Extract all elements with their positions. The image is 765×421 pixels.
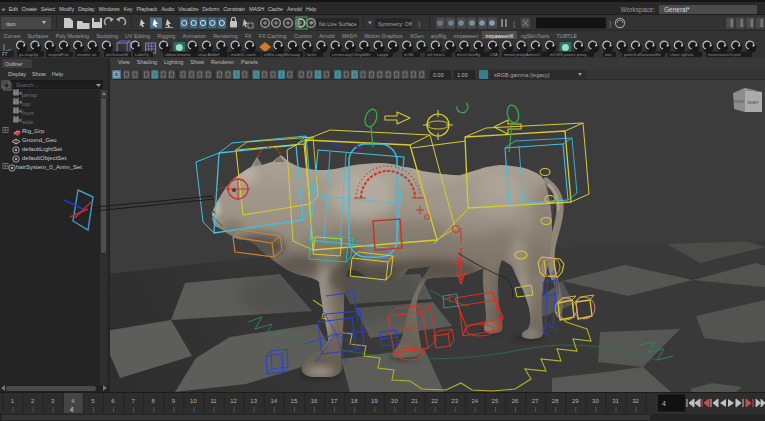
svg-text:30: 30	[592, 398, 599, 404]
svg-text:0.00: 0.00	[433, 72, 444, 78]
svg-text:snap AddInf: snap AddInf	[198, 52, 220, 57]
svg-text:snapsdProc: snapsdProc	[48, 52, 69, 57]
svg-text:23: 23	[451, 398, 458, 404]
svg-text:LRA: LRA	[490, 52, 498, 57]
svg-text:14: 14	[270, 398, 277, 404]
svg-text:17: 17	[331, 398, 338, 404]
svg-text:mirint faceEg: mirint faceEg	[457, 52, 480, 57]
svg-text:32: 32	[632, 398, 639, 404]
svg-text:Symmetry: Off: Symmetry: Off	[378, 21, 412, 27]
svg-text:2: 2	[31, 398, 35, 404]
svg-text:FT: FT	[2, 52, 8, 57]
svg-text:farint: farint	[307, 52, 317, 57]
svg-text:6: 6	[111, 398, 115, 404]
svg-text:9: 9	[172, 398, 176, 404]
svg-text:sRGB gamma (legacy): sRGB gamma (legacy)	[494, 72, 550, 78]
svg-text:imChstureW: imChstureW	[106, 52, 128, 57]
svg-text:ribbon breathe: ribbon breathe	[165, 52, 192, 57]
svg-text:22: 22	[431, 398, 438, 404]
svg-text:27: 27	[532, 398, 539, 404]
svg-text:20: 20	[391, 398, 398, 404]
svg-text:1: 1	[11, 398, 15, 404]
svg-text:15: 15	[291, 398, 298, 404]
svg-text:copyle: copyle	[377, 52, 389, 57]
svg-text:1.00: 1.00	[457, 72, 468, 78]
svg-text:24: 24	[471, 398, 478, 404]
svg-text:16: 16	[311, 398, 318, 404]
svg-text:21: 21	[411, 398, 418, 404]
svg-text:12: 12	[230, 398, 237, 404]
svg-text:tion: tion	[605, 52, 611, 57]
svg-text:13: 13	[250, 398, 257, 404]
svg-text:31: 31	[612, 398, 619, 404]
svg-text:LabelTy: LabelTy	[135, 52, 149, 57]
svg-text:25: 25	[492, 398, 499, 404]
svg-text:8: 8	[152, 398, 156, 404]
svg-text:mCtRS poises proxy: mCtRS poises proxy	[550, 52, 586, 57]
svg-text:(: (	[513, 20, 516, 28]
svg-text:pa snapJjo: pa snapJjo	[19, 52, 39, 57]
svg-text:mirorit proxyAmirorC: mirorit proxyAmirorC	[504, 52, 541, 57]
svg-text:3: 3	[51, 398, 55, 404]
svg-text:mirornvasisOcjoint: mirornvasisOcjoint	[708, 52, 742, 57]
svg-text:pwteGraRasarmaMir: pwteGraRasarmaMir	[624, 52, 662, 57]
svg-text:centercopyCVrigidWn: centercopyCVrigidWn	[332, 52, 371, 57]
svg-text:nt ML: nt ML	[404, 52, 415, 57]
svg-text:clean rigData: clean rigData	[670, 52, 694, 57]
svg-text:19: 19	[371, 398, 378, 404]
svg-text:sel mirorC: sel mirorC	[427, 52, 445, 57]
svg-text:FRONT: FRONT	[734, 100, 745, 104]
svg-text:No Live Surface: No Live Surface	[319, 21, 357, 27]
svg-text:7: 7	[131, 398, 135, 404]
svg-text:modelC count: modelC count	[231, 52, 257, 57]
svg-text:28: 28	[552, 398, 559, 404]
svg-text:tion: tion	[6, 21, 16, 27]
svg-text:11: 11	[210, 398, 217, 404]
svg-text:mWin copyWinswap: mWin copyWinswap	[264, 52, 301, 57]
svg-text:4: 4	[662, 400, 666, 407]
svg-text:26: 26	[512, 398, 519, 404]
svg-text:): )	[418, 20, 420, 28]
svg-text:RIGHT: RIGHT	[747, 101, 759, 105]
svg-text:29: 29	[572, 398, 579, 404]
svg-text:): )	[609, 20, 611, 28]
svg-text:rename an: rename an	[77, 52, 96, 57]
svg-text:5: 5	[91, 398, 95, 404]
svg-text:10: 10	[190, 398, 197, 404]
svg-text:18: 18	[351, 398, 358, 404]
